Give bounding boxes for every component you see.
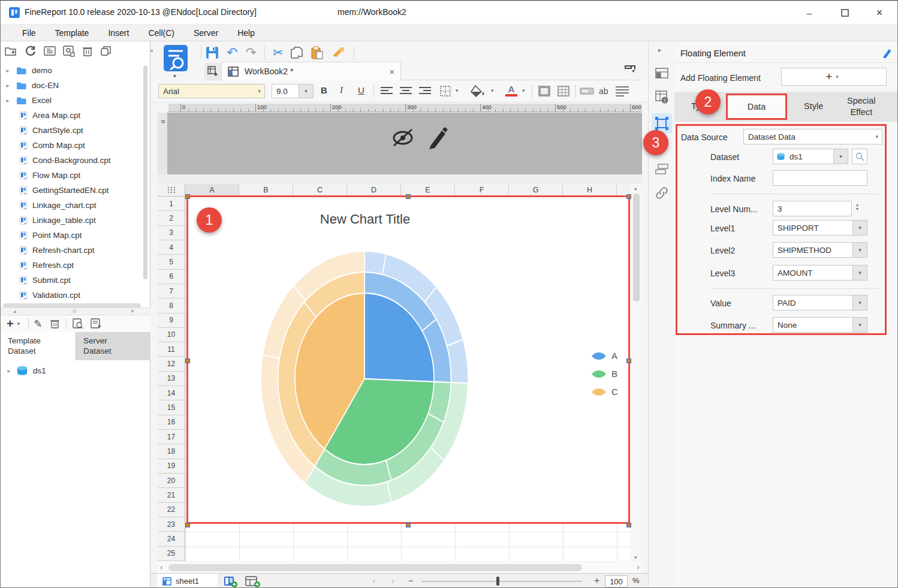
- menu-item-cellc[interactable]: Cell(C): [138, 25, 184, 41]
- redo-icon[interactable]: ↷: [245, 47, 256, 59]
- scroll-up-icon[interactable]: ▴: [634, 185, 637, 191]
- border-caret-icon[interactable]: ▾: [452, 88, 462, 94]
- data-source-select[interactable]: Dataset Data ▾: [743, 129, 882, 144]
- add-dashboard-sheet-icon[interactable]: [245, 576, 261, 587]
- resize-handle[interactable]: [406, 523, 411, 527]
- scroll-left-icon[interactable]: ‹: [160, 562, 163, 572]
- resize-handle[interactable]: [626, 358, 631, 363]
- preview-dataset-icon[interactable]: [73, 318, 83, 329]
- tree-file[interactable]: Cond-Background.cpt: [1, 153, 142, 168]
- dataset-item-ds1[interactable]: ▸ ds1: [1, 363, 150, 378]
- edit-panel-icon[interactable]: [882, 47, 893, 58]
- preview-button[interactable]: ▾: [158, 44, 196, 82]
- zoom-in-icon[interactable]: +: [594, 575, 599, 586]
- tree-file[interactable]: Refresh.cpt: [1, 258, 142, 273]
- delete-icon[interactable]: [82, 45, 93, 57]
- spin-down-icon[interactable]: ▾: [856, 207, 858, 211]
- column-header-h[interactable]: H: [563, 184, 617, 197]
- format-painter-icon[interactable]: [332, 46, 346, 59]
- tree-file[interactable]: Comb Map.cpt: [1, 138, 142, 153]
- sunburst-chart[interactable]: [188, 197, 628, 522]
- fill-color-icon[interactable]: [471, 85, 486, 98]
- tree-folder-doc-en[interactable]: ▸doc-EN: [1, 78, 142, 93]
- column-header-c[interactable]: C: [293, 184, 347, 197]
- summary-select[interactable]: None ▾: [773, 317, 867, 333]
- unmerge-cells-icon[interactable]: [557, 85, 570, 97]
- zoom-value-input[interactable]: 100: [605, 575, 628, 587]
- tree-file[interactable]: Linkage_chart.cpt: [1, 198, 142, 213]
- font-color-button[interactable]: A: [505, 84, 517, 97]
- scroll-down-icon[interactable]: ▾: [634, 554, 637, 560]
- row-header-11[interactable]: 11: [158, 342, 185, 357]
- tree-vertical-scrollbar[interactable]: [143, 65, 147, 279]
- cut-icon[interactable]: ✂: [273, 46, 284, 60]
- merge-cells-icon[interactable]: [538, 85, 551, 97]
- add-report-sheet-icon[interactable]: [224, 576, 238, 587]
- resize-handle[interactable]: [185, 523, 190, 527]
- add-dataset-button[interactable]: +: [7, 317, 14, 331]
- row-header-14[interactable]: 14: [158, 386, 185, 400]
- tree-file[interactable]: Point Map.cpt: [1, 228, 142, 243]
- row-header-5[interactable]: 5: [158, 255, 185, 269]
- settings-icon[interactable]: [63, 45, 75, 57]
- align-center-icon[interactable]: [400, 86, 413, 96]
- scroll-right-icon[interactable]: ›: [637, 562, 640, 572]
- copy-icon[interactable]: [100, 45, 112, 57]
- row-headers[interactable]: 1234567891011121314151617181920212223242…: [158, 197, 185, 561]
- tree-file[interactable]: Refresh-chart.cpt: [1, 243, 142, 258]
- collapse-left-panel-icon[interactable]: ◂: [150, 47, 153, 53]
- close-button[interactable]: ×: [869, 5, 890, 20]
- column-header-b[interactable]: B: [239, 184, 293, 197]
- row-header-21[interactable]: 21: [158, 488, 185, 502]
- prev-sheet-icon[interactable]: ‹: [372, 575, 375, 586]
- bold-button[interactable]: B: [321, 85, 327, 95]
- menu-item-insert[interactable]: Insert: [98, 25, 138, 41]
- tree-file[interactable]: Linkage_table.cpt: [1, 213, 142, 228]
- grid-horizontal-scrollbar[interactable]: ‹ ›: [158, 562, 642, 573]
- font-color-caret-icon[interactable]: ▾: [519, 88, 529, 94]
- row-header-20[interactable]: 20: [158, 474, 185, 488]
- legend-item-a[interactable]: A: [591, 351, 618, 361]
- row-header-24[interactable]: 24: [158, 532, 185, 546]
- hyperlink-icon[interactable]: [655, 186, 668, 200]
- select-all-corner[interactable]: [158, 184, 185, 197]
- level-num-spinner[interactable]: 3: [773, 201, 852, 216]
- row-header-8[interactable]: 8: [158, 298, 185, 313]
- close-tab-icon[interactable]: ×: [389, 67, 394, 77]
- delete-dataset-icon[interactable]: [50, 318, 60, 329]
- save-icon[interactable]: [206, 46, 219, 59]
- resize-handle[interactable]: [185, 358, 190, 363]
- italic-button[interactable]: I: [340, 85, 343, 95]
- row-header-4[interactable]: 4: [158, 240, 185, 255]
- paste-icon[interactable]: [311, 46, 324, 59]
- tree-file[interactable]: Validation.cpt: [1, 288, 142, 303]
- add-floating-button[interactable]: + ▾: [781, 68, 887, 86]
- underline-button[interactable]: U: [358, 85, 364, 95]
- row-header-7[interactable]: 7: [158, 284, 185, 298]
- panel-splitter[interactable]: ▲ = ▼: [1, 307, 150, 315]
- tab-sheet1[interactable]: sheet1: [158, 574, 218, 588]
- edit-dataset-icon[interactable]: ✎: [34, 318, 42, 330]
- tree-file[interactable]: Submit.cpt: [1, 273, 142, 288]
- tab-style[interactable]: Style: [804, 101, 823, 111]
- text-ab-icon[interactable]: ab: [599, 86, 608, 96]
- row-header-17[interactable]: 17: [158, 430, 185, 444]
- tree-file[interactable]: Area Map.cpt: [1, 108, 142, 123]
- next-sheet-icon[interactable]: ›: [391, 575, 394, 586]
- splitter-down-icon[interactable]: ▼: [130, 309, 135, 314]
- menu-item-server[interactable]: Server: [184, 25, 228, 41]
- legend-item-c[interactable]: C: [591, 387, 618, 397]
- minimize-button[interactable]: –: [799, 5, 819, 20]
- column-header-f[interactable]: F: [455, 184, 509, 197]
- font-family-select[interactable]: Arial ▾: [158, 84, 265, 98]
- align-left-icon[interactable]: [381, 86, 394, 96]
- tab-template-dataset[interactable]: Template Dataset: [1, 332, 76, 360]
- dataset-select[interactable]: ds1 ▾: [773, 149, 848, 164]
- column-header-g[interactable]: G: [509, 184, 563, 197]
- zoom-slider-track[interactable]: [421, 581, 582, 582]
- menu-item-file[interactable]: File: [13, 25, 46, 41]
- resize-handle[interactable]: [626, 194, 631, 199]
- level-num-spin-buttons[interactable]: ▴ ▾: [856, 203, 858, 211]
- preview-caret-icon[interactable]: ▾: [173, 73, 176, 79]
- row-header-12[interactable]: 12: [158, 357, 185, 371]
